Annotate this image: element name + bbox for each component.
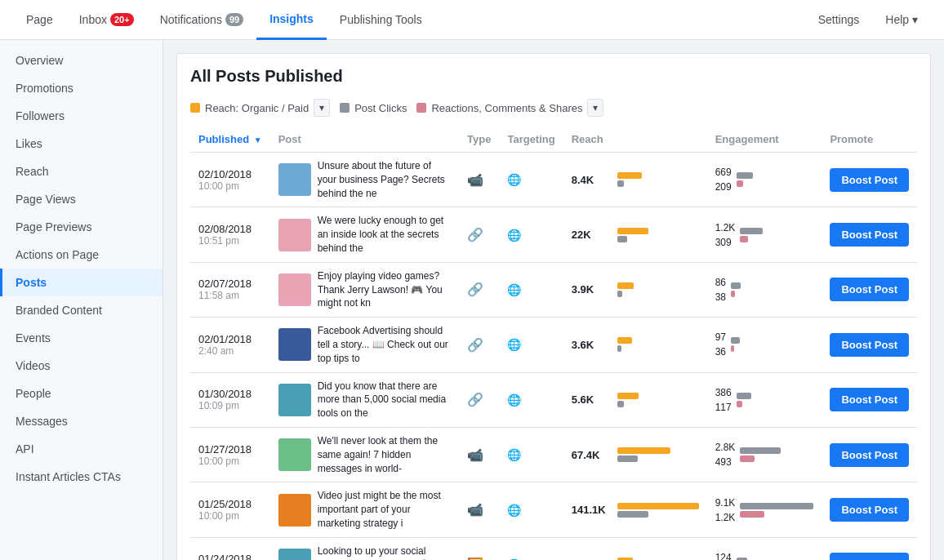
- post-text-4: Did you know that there are more than 5,…: [318, 380, 451, 420]
- col-published[interactable]: Published ▼: [190, 127, 270, 153]
- cell-promote-6: Boost Post: [822, 482, 917, 537]
- reach-num-5: 67.4K: [572, 449, 612, 461]
- sidebar-item-events[interactable]: Events: [0, 324, 163, 352]
- table-row: 01/25/2018 10:00 pm Video just might be …: [190, 482, 917, 537]
- legend-reach: Reach: Organic / Paid ▾: [190, 99, 330, 117]
- eng-bar1-2: [731, 282, 741, 289]
- boost-post-button-0[interactable]: Boost Post: [830, 168, 909, 192]
- post-thumb-7: [278, 549, 311, 560]
- reach-bars-2: [617, 282, 634, 297]
- nav-right: Settings Help ▾: [805, 0, 931, 40]
- cell-date-6: 01/25/2018 10:00 pm: [190, 482, 270, 537]
- sidebar-item-branded-content[interactable]: Branded Content: [0, 296, 163, 324]
- sidebar-item-videos[interactable]: Videos: [0, 352, 163, 380]
- post-text-6: Video just might be the most important p…: [318, 489, 451, 530]
- cell-promote-2: Boost Post: [822, 262, 917, 317]
- cell-reach-5: 67.4K: [563, 427, 707, 482]
- cell-engagement-4: 386 117: [707, 372, 822, 427]
- legend-post-clicks: Post Clicks: [340, 102, 407, 114]
- sidebar-item-people[interactable]: People: [0, 380, 163, 407]
- boost-post-button-3[interactable]: Boost Post: [830, 333, 909, 357]
- eng-bar1-5: [740, 447, 781, 454]
- sidebar-item-promotions[interactable]: Promotions: [0, 74, 163, 102]
- sidebar-item-likes[interactable]: Likes: [0, 130, 163, 158]
- globe-icon-2: 🌐: [507, 283, 521, 296]
- cell-date-7: 01/24/2018 11:58 am: [190, 537, 270, 560]
- nav-notifications[interactable]: Notifications 99: [147, 0, 257, 40]
- cell-targeting-6: 🌐: [499, 482, 563, 537]
- reach-num-2: 3.9K: [572, 283, 612, 296]
- eng-bar2-3: [731, 345, 734, 352]
- eng-bars-0: [737, 172, 753, 187]
- nav-publishing-tools[interactable]: Publishing Tools: [327, 0, 435, 40]
- boost-post-button-5[interactable]: Boost Post: [830, 443, 909, 467]
- post-clicks-dot: [340, 103, 350, 113]
- boost-post-button-6[interactable]: Boost Post: [830, 498, 909, 522]
- nav-inbox[interactable]: Inbox 20+: [66, 0, 147, 40]
- cell-type-7: 🖼️: [459, 537, 499, 560]
- cell-type-0: 📹: [459, 153, 499, 207]
- eng-nums-2: 86 38: [715, 275, 726, 304]
- notifications-badge: 99: [225, 13, 243, 26]
- post-text-0: Unsure about the future of your business…: [318, 159, 451, 200]
- cell-post-0: Unsure about the future of your business…: [270, 153, 459, 207]
- layout: OverviewPromotionsFollowersLikesReachPag…: [0, 40, 944, 560]
- cell-post-1: We were lucky enough to get an inside lo…: [270, 207, 459, 262]
- nav-page[interactable]: Page: [13, 0, 66, 40]
- eng-bars-1: [740, 228, 763, 242]
- globe-icon-0: 🌐: [507, 173, 521, 186]
- sidebar-item-posts[interactable]: Posts: [0, 269, 163, 296]
- eng-bar1-4: [737, 393, 751, 399]
- cell-post-4: Did you know that there are more than 5,…: [270, 372, 459, 427]
- cell-post-2: Enjoy playing video games? Thank Jerry L…: [270, 262, 459, 317]
- eng-bar2-6: [740, 511, 764, 518]
- sidebar-item-followers[interactable]: Followers: [0, 102, 163, 130]
- boost-post-button-4[interactable]: Boost Post: [830, 388, 909, 411]
- cell-engagement-3: 97 36: [707, 318, 822, 372]
- col-engagement: Engagement: [707, 127, 822, 153]
- sidebar-item-page-views[interactable]: Page Views: [0, 185, 163, 213]
- sidebar-item-page-previews[interactable]: Page Previews: [0, 213, 163, 241]
- sidebar-item-reach[interactable]: Reach: [0, 158, 163, 185]
- cell-type-2: 🔗: [459, 262, 499, 317]
- type-icon-1: 🔗: [467, 228, 483, 242]
- eng-nums-0: 669 209: [715, 165, 732, 194]
- nav-help[interactable]: Help ▾: [872, 0, 931, 40]
- sidebar-item-actions-on-page[interactable]: Actions on Page: [0, 241, 163, 269]
- boost-post-button-7[interactable]: Boost Post: [830, 553, 909, 560]
- cell-targeting-0: 🌐: [499, 153, 563, 207]
- cell-promote-5: Boost Post: [822, 427, 917, 482]
- reactions-dropdown[interactable]: ▾: [587, 99, 603, 117]
- reach-bar-organic-4: [617, 393, 639, 399]
- reach-bar-paid-1: [617, 236, 627, 242]
- nav-settings[interactable]: Settings: [805, 0, 873, 40]
- post-clicks-label: Post Clicks: [354, 102, 407, 114]
- nav-insights[interactable]: Insights: [256, 0, 327, 40]
- post-thumb-3: [278, 328, 311, 361]
- type-icon-6: 📹: [467, 503, 483, 517]
- cell-date-5: 01/27/2018 10:00 pm: [190, 427, 270, 482]
- sidebar-item-messages[interactable]: Messages: [0, 407, 163, 435]
- cell-date-2: 02/07/2018 11:58 am: [190, 262, 270, 317]
- cell-targeting-7: 🌐: [499, 537, 563, 560]
- boost-post-button-2[interactable]: Boost Post: [830, 278, 909, 301]
- reach-dropdown[interactable]: ▾: [314, 99, 330, 117]
- reach-bar-organic-1: [617, 228, 648, 234]
- eng-bar1-0: [737, 172, 753, 179]
- reach-bars-0: [617, 172, 642, 187]
- inbox-badge: 20+: [110, 13, 134, 26]
- reach-num-4: 5.6K: [572, 393, 612, 406]
- sidebar-item-instant-articles-ctas[interactable]: Instant Articles CTAs: [0, 463, 163, 491]
- reach-bar-paid-0: [617, 180, 624, 187]
- type-icon-5: 📹: [467, 448, 483, 462]
- sidebar-item-api[interactable]: API: [0, 435, 163, 463]
- eng-bars-3: [731, 337, 740, 352]
- cell-post-7: Looking to up your social media game in …: [270, 537, 459, 560]
- cell-type-6: 📹: [459, 482, 499, 537]
- reach-bar-organic-3: [617, 337, 632, 344]
- boost-post-button-1[interactable]: Boost Post: [830, 223, 909, 247]
- sidebar-item-overview[interactable]: Overview: [0, 47, 163, 74]
- cell-type-3: 🔗: [459, 318, 499, 372]
- eng-nums-4: 386 117: [715, 385, 732, 415]
- cell-post-3: Facebook Advertising should tell a story…: [270, 318, 459, 372]
